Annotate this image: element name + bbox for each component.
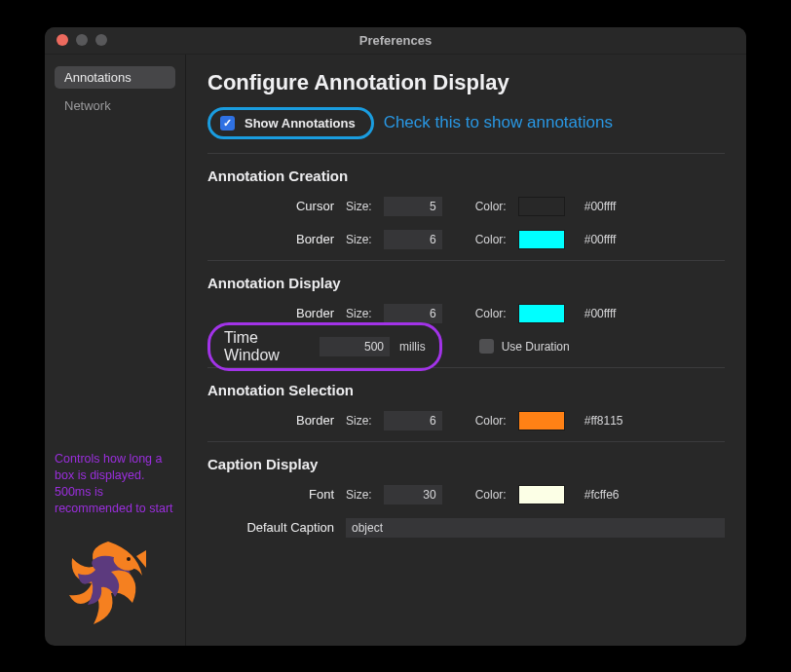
cursor-label: Cursor (207, 199, 334, 213)
color-label: Color: (475, 488, 507, 502)
font-size-input[interactable] (384, 485, 442, 504)
display-border-color-swatch[interactable] (518, 304, 565, 323)
sidebar-bottom: Controls how long a box is displayed. 50… (55, 451, 175, 634)
default-caption-row: Default Caption (207, 515, 725, 541)
time-window-note: Controls how long a box is displayed. 50… (55, 451, 175, 517)
font-color-swatch[interactable] (518, 485, 565, 504)
sidebar: Annotations Network Controls how long a … (45, 55, 186, 646)
close-window-button[interactable] (56, 34, 68, 46)
use-duration-group: Use Duration (479, 339, 570, 354)
color-label: Color: (475, 414, 507, 428)
show-annotations-note: Check this to show annotations (384, 113, 613, 132)
time-window-highlight: Time Window millis (207, 322, 442, 371)
selection-border-color-swatch[interactable] (518, 411, 565, 430)
section-annotation-creation: Annotation Creation Cursor Size: Color: … (207, 168, 725, 252)
border-label: Border (207, 413, 334, 428)
time-window-row: Time Window millis Use Duration (207, 334, 725, 359)
creation-border-row: Border Size: Color: #00ffff (207, 227, 725, 252)
traffic-lights (45, 34, 107, 46)
time-window-input[interactable] (320, 337, 390, 356)
window-body: Annotations Network Controls how long a … (45, 55, 746, 646)
titlebar: Preferences (45, 27, 746, 55)
cursor-color-swatch[interactable] (518, 197, 565, 216)
creation-border-color-hex: #00ffff (584, 233, 617, 246)
minimize-window-button[interactable] (76, 34, 88, 46)
use-duration-checkbox[interactable] (479, 339, 494, 354)
use-duration-label: Use Duration (502, 340, 570, 354)
section-caption-display: Caption Display Font Size: Color: #fcffe… (207, 456, 725, 541)
color-label: Color: (475, 200, 507, 213)
cursor-color-hex: #00ffff (584, 200, 617, 213)
section-title: Annotation Selection (207, 382, 725, 398)
svg-point-1 (127, 557, 131, 561)
divider (207, 153, 725, 154)
display-border-size-input[interactable] (384, 304, 442, 323)
display-border-color-hex: #00ffff (584, 307, 617, 320)
divider (207, 441, 725, 442)
time-window-label: Time Window (224, 329, 310, 364)
color-label: Color: (475, 233, 507, 246)
preferences-window: Preferences Annotations Network Controls… (45, 27, 746, 646)
time-window-unit: millis (399, 340, 426, 354)
sidebar-item-network[interactable]: Network (55, 94, 175, 117)
section-annotation-display: Annotation Display Border Size: Color: #… (207, 275, 725, 359)
sidebar-item-label: Network (64, 98, 111, 113)
selection-border-size-input[interactable] (384, 411, 442, 430)
show-annotations-label: Show Annotations (245, 116, 356, 131)
size-label: Size: (346, 488, 372, 502)
border-label: Border (207, 232, 334, 246)
show-annotations-highlight: ✓ Show Annotations (207, 107, 374, 139)
section-title: Annotation Display (207, 275, 725, 291)
section-title: Annotation Creation (207, 168, 725, 184)
size-label: Size: (346, 307, 372, 320)
creation-border-color-swatch[interactable] (518, 230, 565, 249)
sidebar-items: Annotations Network (55, 66, 175, 117)
app-logo-icon (55, 527, 162, 634)
maximize-window-button[interactable] (95, 34, 107, 46)
size-label: Size: (346, 200, 372, 213)
border-label: Border (207, 306, 334, 320)
font-row: Font Size: Color: #fcffe6 (207, 482, 725, 507)
default-caption-input[interactable] (346, 518, 725, 538)
sidebar-item-label: Annotations (64, 70, 132, 85)
page-title: Configure Annotation Display (207, 70, 725, 95)
font-color-hex: #fcffe6 (584, 488, 620, 502)
color-label: Color: (475, 307, 507, 320)
window-title: Preferences (45, 33, 746, 48)
cursor-size-input[interactable] (384, 197, 442, 216)
font-label: Font (207, 487, 334, 502)
selection-border-color-hex: #ff8115 (584, 414, 623, 428)
show-annotations-checkbox[interactable]: ✓ (220, 116, 235, 131)
cursor-row: Cursor Size: Color: #00ffff (207, 194, 725, 219)
show-annotations-row: ✓ Show Annotations Check this to show an… (207, 107, 725, 139)
size-label: Size: (346, 233, 372, 246)
section-title: Caption Display (207, 456, 725, 472)
section-annotation-selection: Annotation Selection Border Size: Color:… (207, 382, 725, 433)
creation-border-size-input[interactable] (384, 230, 442, 249)
default-caption-label: Default Caption (207, 520, 334, 535)
size-label: Size: (346, 414, 372, 428)
divider (207, 260, 725, 261)
sidebar-item-annotations[interactable]: Annotations (55, 66, 175, 89)
selection-border-row: Border Size: Color: #ff8115 (207, 408, 725, 433)
content-panel: Configure Annotation Display ✓ Show Anno… (186, 55, 746, 646)
